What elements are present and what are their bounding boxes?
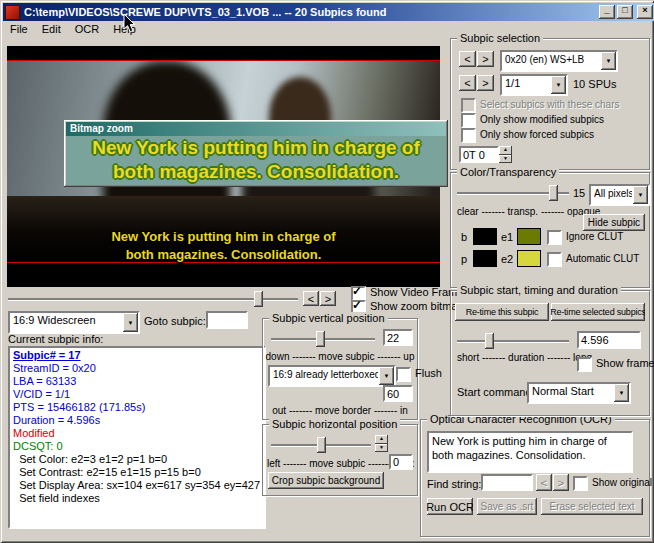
run-ocr-button[interactable]: Run OCR xyxy=(427,498,473,515)
ocr-group: Optical Character Recognition (OCR) New … xyxy=(420,419,650,537)
info-line[interactable]: Modified xyxy=(13,427,261,440)
automatic-clut-checkbox-box[interactable] xyxy=(547,252,562,267)
show-frame-label: Show frame xyxy=(596,357,654,370)
info-line[interactable]: LBA = 63133 xyxy=(13,375,261,388)
flush-checkbox-box[interactable] xyxy=(396,367,411,382)
automatic-clut-checkbox[interactable]: Automatic CLUT xyxy=(547,252,639,267)
spin-up-icon[interactable] xyxy=(375,435,388,444)
spin-down-icon[interactable] xyxy=(499,155,512,164)
dropdown-arrow-icon[interactable] xyxy=(601,52,616,70)
menu-ocr[interactable]: OCR xyxy=(68,21,106,38)
subpic-info-listbox[interactable]: Subpic# = 17 StreamID = 0x20 LBA = 63133… xyxy=(8,346,266,529)
vcid-prev-button[interactable]: < xyxy=(459,75,476,91)
save-srt-button[interactable]: Save as .srt xyxy=(477,498,537,515)
info-line[interactable]: DCSQT: 0 xyxy=(13,440,261,453)
transparency-slider[interactable] xyxy=(457,185,569,201)
duration-value-field[interactable] xyxy=(577,331,641,349)
info-line[interactable]: V/CID = 1/1 xyxy=(13,388,261,401)
info-line[interactable]: Set Display Area: sx=104 ex=617 sy=354 e… xyxy=(13,479,261,492)
find-prev-button[interactable]: < xyxy=(536,474,552,491)
find-string-input[interactable] xyxy=(481,474,533,491)
retime-this-button[interactable]: Re-time this subpic xyxy=(455,303,549,321)
dropdown-arrow-icon[interactable] xyxy=(551,76,566,94)
vertical-move-slider-thumb[interactable] xyxy=(316,331,325,347)
find-next-button[interactable]: > xyxy=(553,474,569,491)
only-forced-checkbox[interactable]: Only show forced subpics xyxy=(461,128,594,143)
ignore-clut-checkbox-box[interactable] xyxy=(547,230,562,245)
erase-selected-text-button[interactable]: Erase selected text xyxy=(541,498,643,515)
only-modified-checkbox[interactable]: Only show modified subpics xyxy=(461,113,604,128)
show-frame-checkbox-box[interactable] xyxy=(577,357,592,372)
horizontal-move-value[interactable] xyxy=(389,454,413,470)
only-forced-checkbox-box[interactable] xyxy=(461,128,476,143)
swatch-e2[interactable] xyxy=(517,250,541,267)
ignore-clut-checkbox[interactable]: Ignore CLUT xyxy=(547,230,623,245)
dropdown-arrow-icon[interactable] xyxy=(633,186,648,204)
pixels-combo[interactable]: All pixels xyxy=(589,184,650,206)
prev-subpic-button[interactable]: < xyxy=(303,291,319,306)
vcid-next-button[interactable]: > xyxy=(477,75,494,91)
flush-label: Flush xyxy=(415,367,442,380)
border-value[interactable] xyxy=(383,385,413,402)
transparency-scale-label: clear ------- transp. ------- opaque xyxy=(457,206,600,217)
info-line[interactable]: StreamID = 0x20 xyxy=(13,362,261,375)
dropdown-arrow-icon[interactable] xyxy=(379,367,394,385)
dropdown-arrow-icon[interactable] xyxy=(123,313,138,332)
horizontal-move-slider[interactable] xyxy=(271,437,371,453)
stream-next-button[interactable]: > xyxy=(477,51,494,67)
ocr-text-area[interactable]: New York is putting him in charge of bot… xyxy=(427,431,633,473)
show-video-frame-checkbox[interactable]: Show Video Frame xyxy=(351,286,463,301)
show-original-checkbox[interactable]: Show original xyxy=(573,476,652,491)
transparency-slider-thumb[interactable] xyxy=(549,185,558,201)
select-chars-label: Select subpics with these chars xyxy=(480,98,620,111)
duration-slider-thumb[interactable] xyxy=(485,333,494,349)
goto-subpic-input[interactable] xyxy=(206,311,248,329)
horizontal-move-slider-thumb[interactable] xyxy=(317,437,326,453)
bitmap-zoom-titlebar[interactable]: Bitmap zoom xyxy=(66,122,446,136)
vcid-combo[interactable]: 1/1 xyxy=(500,74,568,96)
forced-count-field[interactable] xyxy=(459,146,499,163)
info-line[interactable]: Duration = 4.596s xyxy=(13,414,261,427)
next-subpic-button[interactable]: > xyxy=(320,291,336,306)
select-chars-checkbox-box[interactable] xyxy=(461,98,476,113)
start-command-combo[interactable]: Normal Start xyxy=(527,382,631,404)
only-forced-label: Only show forced subpics xyxy=(480,128,594,141)
close-button[interactable]: × xyxy=(637,5,653,19)
info-line[interactable]: Set Color: e2=3 e1=2 p=1 b=0 xyxy=(13,453,261,466)
swatch-e1[interactable] xyxy=(517,228,541,245)
aspect-ratio-combo[interactable]: 16:9 Widescreen xyxy=(8,311,140,334)
vertical-move-slider[interactable] xyxy=(271,331,375,347)
spin-up-icon[interactable] xyxy=(499,146,512,155)
crop-background-button[interactable]: Crop subpic background xyxy=(268,472,384,489)
forced-count-spinner[interactable] xyxy=(499,146,512,163)
horizontal-move-spinner[interactable] xyxy=(375,435,388,452)
info-line[interactable]: Subpic# = 17 xyxy=(13,349,261,362)
only-modified-checkbox-box[interactable] xyxy=(461,113,476,128)
dropdown-arrow-icon[interactable] xyxy=(614,384,629,402)
info-line[interactable]: PTS = 15466182 (171.85s) xyxy=(13,401,261,414)
show-original-checkbox-box[interactable] xyxy=(573,476,588,491)
select-chars-checkbox[interactable]: Select subpics with these chars xyxy=(461,98,620,113)
stream-prev-button[interactable]: < xyxy=(459,51,476,67)
duration-slider[interactable] xyxy=(457,333,569,349)
swatch-b[interactable] xyxy=(473,228,497,245)
letterbox-combo[interactable]: 16:9 already letterboxed xyxy=(268,365,396,387)
menu-edit[interactable]: Edit xyxy=(35,21,68,38)
main-subpic-slider[interactable] xyxy=(8,291,298,307)
flush-checkbox[interactable]: Flush xyxy=(396,367,442,382)
menu-file[interactable]: File xyxy=(3,21,35,38)
spin-down-icon[interactable] xyxy=(375,444,388,453)
hide-subpic-button[interactable]: Hide subpic xyxy=(583,214,645,231)
swatch-p[interactable] xyxy=(473,250,497,267)
stream-combo[interactable]: 0x20 (en) WS+LB xyxy=(500,50,618,72)
info-line[interactable]: Set field indexes xyxy=(13,492,261,505)
title-bar[interactable]: C:\temp\VIDEOS\SCREWE DUP\VTS_03_1.VOB .… xyxy=(3,3,654,21)
duration-slider-track[interactable] xyxy=(457,340,569,342)
maximize-button[interactable]: □ xyxy=(617,5,633,19)
vertical-move-value[interactable] xyxy=(383,329,413,346)
minimize-button[interactable]: _ xyxy=(599,5,615,19)
info-line[interactable]: Set Contrast: e2=15 e1=15 p=15 b=0 xyxy=(13,466,261,479)
retime-selected-button[interactable]: Re-time selected subpics xyxy=(551,303,645,321)
show-frame-checkbox[interactable]: Show frame xyxy=(577,357,654,372)
main-subpic-slider-thumb[interactable] xyxy=(254,291,263,307)
